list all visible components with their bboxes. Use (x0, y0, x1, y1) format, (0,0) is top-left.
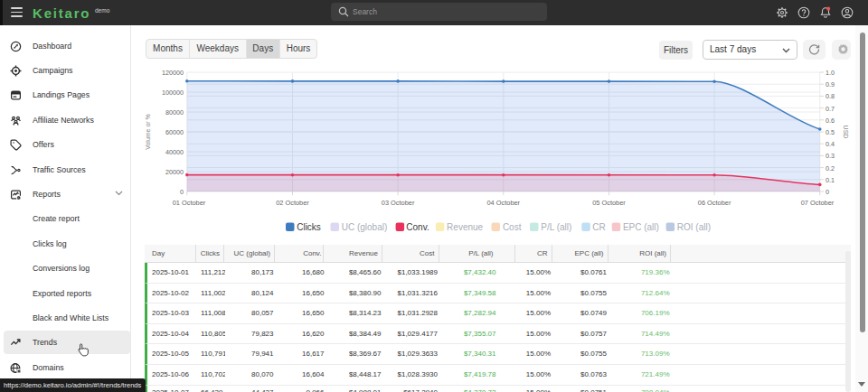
svg-text:0.9: 0.9 (826, 80, 835, 89)
svg-text:0.3: 0.3 (826, 152, 835, 160)
svg-text:06 October: 06 October (698, 199, 731, 207)
svg-text:07 October: 07 October (801, 199, 835, 207)
svg-text:Clicks: Clicks (297, 222, 321, 232)
svg-text:EPC (all): EPC (all) (623, 222, 659, 232)
svg-text:03 October: 03 October (382, 199, 415, 207)
svg-text:Cost: Cost (503, 222, 522, 232)
svg-text:0: 0 (826, 188, 829, 196)
svg-text:20000: 20000 (165, 168, 184, 176)
svg-text:60000: 60000 (165, 128, 184, 136)
svg-text:Volume or %: Volume or % (145, 114, 151, 150)
svg-text:01 October: 01 October (173, 199, 206, 207)
svg-text:Conv.: Conv. (406, 222, 429, 232)
svg-text:02 October: 02 October (276, 199, 309, 207)
svg-text:0.7: 0.7 (826, 105, 835, 113)
svg-text:0.5: 0.5 (826, 128, 835, 136)
svg-text:P/L (all): P/L (all) (541, 222, 571, 232)
svg-text:0.8: 0.8 (826, 92, 835, 100)
svg-text:05 October: 05 October (592, 199, 626, 207)
svg-text:0.1: 0.1 (826, 176, 835, 184)
svg-text:100000: 100000 (162, 89, 184, 97)
svg-text:0: 0 (180, 188, 184, 196)
svg-text:ROI (all): ROI (all) (677, 222, 711, 232)
svg-text:0.4: 0.4 (826, 140, 835, 148)
svg-text:0.2: 0.2 (826, 164, 835, 173)
svg-text:120000: 120000 (162, 69, 184, 77)
svg-text:0.6: 0.6 (826, 117, 835, 125)
svg-text:1.0: 1.0 (826, 69, 835, 77)
svg-text:Revenue: Revenue (447, 222, 483, 232)
svg-text:40000: 40000 (165, 148, 184, 156)
svg-text:CR: CR (592, 222, 605, 232)
svg-text:80000: 80000 (165, 108, 184, 117)
svg-text:USD: USD (843, 126, 849, 139)
svg-text:04 October: 04 October (487, 199, 521, 207)
svg-text:UC (global): UC (global) (342, 222, 388, 232)
